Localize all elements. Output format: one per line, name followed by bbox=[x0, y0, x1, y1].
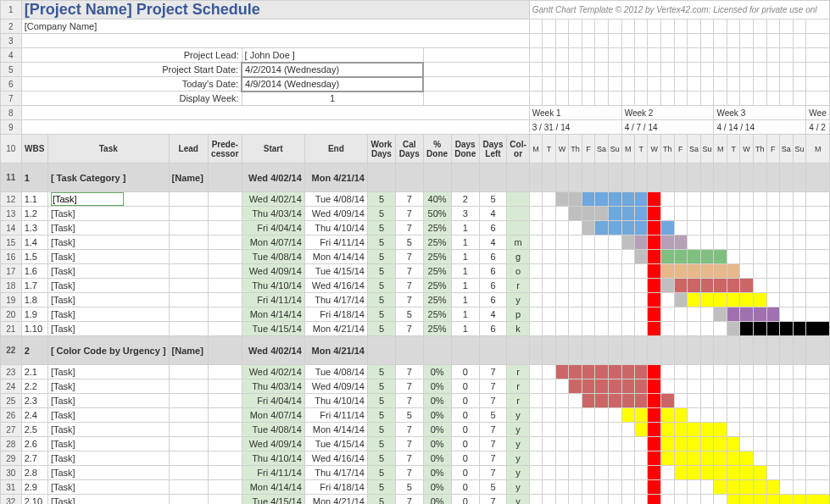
end-cell[interactable]: Mon 4/14/14 bbox=[304, 250, 367, 264]
wbs-cell[interactable]: 2.5 bbox=[21, 423, 47, 437]
lead-cell[interactable] bbox=[169, 322, 208, 336]
wbs-cell[interactable]: 1.4 bbox=[21, 235, 47, 250]
start-cell[interactable]: Thu 4/10/14 bbox=[242, 279, 304, 293]
daysleft-cell[interactable]: 7 bbox=[479, 394, 507, 408]
wbs-cell[interactable]: 2.9 bbox=[21, 480, 47, 495]
start-cell[interactable]: Thu 4/03/14 bbox=[242, 379, 304, 394]
color-cell[interactable]: r bbox=[507, 379, 529, 394]
wbs-cell[interactable]: 2.3 bbox=[21, 394, 47, 408]
daysdone-cell[interactable]: 1 bbox=[451, 250, 479, 264]
daysdone-cell[interactable]: 0 bbox=[451, 379, 479, 394]
wbs-cell[interactable]: 1.5 bbox=[21, 250, 47, 264]
caldays-cell[interactable]: 7 bbox=[395, 365, 423, 379]
daysleft-cell[interactable]: 5 bbox=[479, 192, 507, 207]
pred-cell[interactable] bbox=[208, 192, 242, 207]
end-cell[interactable]: Thu 4/10/14 bbox=[304, 394, 367, 408]
start-cell[interactable]: Tue 4/15/14 bbox=[242, 495, 304, 505]
wbs-cell[interactable]: 1.2 bbox=[21, 207, 47, 221]
end-cell[interactable]: Mon 4/21/14 bbox=[304, 495, 367, 505]
task-cell[interactable]: [Task] bbox=[47, 264, 169, 279]
wbs-cell[interactable]: 1.9 bbox=[21, 307, 47, 322]
start-cell[interactable]: Mon 4/14/14 bbox=[242, 307, 304, 322]
color-cell[interactable]: y bbox=[507, 480, 529, 495]
daysdone-cell[interactable]: 0 bbox=[451, 480, 479, 495]
caldays-cell[interactable]: 5 bbox=[395, 480, 423, 495]
daysdone-cell[interactable]: 1 bbox=[451, 221, 479, 235]
wbs-cell[interactable]: 2 bbox=[21, 336, 47, 365]
end-cell[interactable]: Fri 4/18/14 bbox=[304, 307, 367, 322]
pctdone-cell[interactable]: 0% bbox=[423, 480, 451, 495]
task-cell[interactable]: [Task] bbox=[47, 437, 169, 451]
task-cell[interactable]: [Task] bbox=[47, 408, 169, 423]
task-cell[interactable]: [ Task Category ] bbox=[47, 163, 169, 192]
caldays-cell[interactable]: 7 bbox=[395, 279, 423, 293]
lead-cell[interactable]: [Name] bbox=[169, 163, 208, 192]
caldays-cell[interactable]: 7 bbox=[395, 264, 423, 279]
caldays-cell[interactable]: 7 bbox=[395, 379, 423, 394]
end-cell[interactable]: Fri 4/18/14 bbox=[304, 480, 367, 495]
pctdone-cell[interactable]: 50% bbox=[423, 207, 451, 221]
workdays-cell[interactable]: 5 bbox=[367, 480, 395, 495]
caldays-cell[interactable]: 7 bbox=[395, 451, 423, 466]
end-cell[interactable]: Mon 4/14/14 bbox=[304, 423, 367, 437]
start-cell[interactable]: Mon 4/14/14 bbox=[242, 480, 304, 495]
daysleft-cell[interactable]: 7 bbox=[479, 466, 507, 480]
workdays-cell[interactable]: 5 bbox=[367, 192, 395, 207]
col-header-dl[interactable]: DaysLeft bbox=[479, 135, 507, 163]
end-cell[interactable]: Fri 4/11/14 bbox=[304, 408, 367, 423]
pctdone-cell[interactable]: 0% bbox=[423, 437, 451, 451]
workdays-cell[interactable]: 5 bbox=[367, 408, 395, 423]
lead-cell[interactable] bbox=[169, 495, 208, 505]
page-title[interactable]: [Project Name] Project Schedule bbox=[21, 1, 529, 19]
task-cell[interactable]: [Task] bbox=[47, 423, 169, 437]
lead-cell[interactable] bbox=[169, 279, 208, 293]
task-cell[interactable]: [Task] bbox=[47, 394, 169, 408]
end-cell[interactable]: Thu 4/17/14 bbox=[304, 466, 367, 480]
end-cell[interactable]: Thu 4/17/14 bbox=[304, 293, 367, 307]
pred-cell[interactable] bbox=[208, 394, 242, 408]
workdays-cell[interactable]: 5 bbox=[367, 379, 395, 394]
caldays-cell[interactable]: 7 bbox=[395, 466, 423, 480]
start-cell[interactable]: Mon 4/07/14 bbox=[242, 408, 304, 423]
task-cell[interactable]: [Task] bbox=[47, 307, 169, 322]
pctdone-cell[interactable]: 25% bbox=[423, 235, 451, 250]
caldays-cell[interactable]: 7 bbox=[395, 322, 423, 336]
color-cell[interactable]: r bbox=[507, 365, 529, 379]
end-cell[interactable]: Mon 4/21/14 bbox=[304, 163, 367, 192]
caldays-cell[interactable]: 7 bbox=[395, 250, 423, 264]
pred-cell[interactable] bbox=[208, 322, 242, 336]
end-cell[interactable]: Tue 4/08/14 bbox=[304, 192, 367, 207]
color-cell[interactable]: y bbox=[507, 293, 529, 307]
pctdone-cell[interactable]: 0% bbox=[423, 423, 451, 437]
caldays-cell[interactable]: 5 bbox=[395, 307, 423, 322]
lead-cell[interactable] bbox=[169, 250, 208, 264]
workdays-cell[interactable]: 5 bbox=[367, 221, 395, 235]
daysdone-cell[interactable]: 0 bbox=[451, 437, 479, 451]
pred-cell[interactable] bbox=[208, 365, 242, 379]
daysleft-cell[interactable]: 7 bbox=[479, 495, 507, 505]
today_value-cell[interactable]: 4/9/2014 (Wednesday) bbox=[242, 77, 423, 91]
daysdone-cell[interactable]: 1 bbox=[451, 235, 479, 250]
start-cell[interactable]: Tue 4/08/14 bbox=[242, 423, 304, 437]
start-cell[interactable]: Wed 4/02/14 bbox=[242, 163, 304, 192]
pctdone-cell[interactable]: 25% bbox=[423, 307, 451, 322]
daysleft-cell[interactable]: 6 bbox=[479, 221, 507, 235]
pred-cell[interactable] bbox=[208, 423, 242, 437]
wbs-cell[interactable]: 1 bbox=[21, 163, 47, 192]
task-cell[interactable]: [Task] bbox=[47, 495, 169, 505]
color-cell[interactable]: y bbox=[507, 466, 529, 480]
pred-cell[interactable] bbox=[208, 495, 242, 505]
daysdone-cell[interactable]: 3 bbox=[451, 207, 479, 221]
pctdone-cell[interactable]: 0% bbox=[423, 365, 451, 379]
col-header-col[interactable]: Col-or bbox=[507, 135, 529, 163]
task-cell[interactable]: [Task] bbox=[47, 207, 169, 221]
pred-cell[interactable] bbox=[208, 250, 242, 264]
daysleft-cell[interactable]: 7 bbox=[479, 365, 507, 379]
start-cell[interactable]: Wed 4/02/14 bbox=[242, 365, 304, 379]
daysdone-cell[interactable]: 0 bbox=[451, 408, 479, 423]
pred-cell[interactable] bbox=[208, 307, 242, 322]
end-cell[interactable]: Wed 4/16/14 bbox=[304, 451, 367, 466]
start-cell[interactable]: Wed 4/02/14 bbox=[242, 192, 304, 207]
workdays-cell[interactable]: 5 bbox=[367, 365, 395, 379]
task-cell[interactable]: [Task] bbox=[47, 466, 169, 480]
